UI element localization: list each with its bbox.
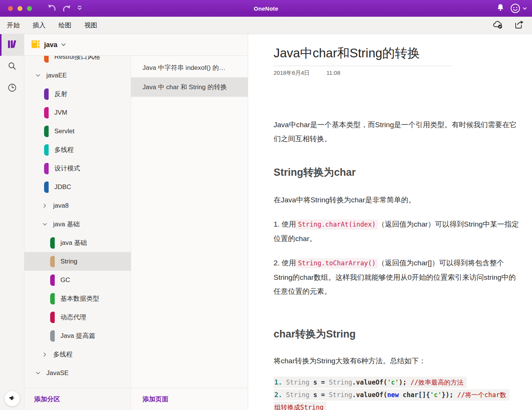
- recent-clock-icon: [8, 83, 17, 94]
- notebook-icon: [31, 39, 40, 50]
- section-tab-icon: [44, 144, 49, 156]
- list-item-charat: 1. 使用String.charAt(index)（返回值为char）可以得到S…: [274, 217, 520, 246]
- paragraph-methods: 将char转换为String大致有6种方法。总结如下：: [274, 354, 520, 368]
- chevron-down-icon: [43, 223, 47, 226]
- tab-view[interactable]: 视图: [84, 21, 97, 30]
- search-icon: [8, 62, 17, 72]
- page-title[interactable]: Java中char和String的转换: [274, 45, 451, 66]
- tab-draw[interactable]: 绘图: [59, 21, 71, 30]
- section-group-java-basics[interactable]: java 基础: [24, 215, 131, 233]
- section-item-gc[interactable]: GC: [24, 271, 131, 289]
- heading-string-to-char: String转换为char: [274, 166, 517, 179]
- rail-search-button[interactable]: [0, 56, 24, 77]
- chevron-down-icon: [61, 43, 66, 46]
- section-item-reflection[interactable]: 反射: [24, 85, 131, 103]
- minimize-window-button[interactable]: [17, 6, 22, 11]
- paragraph-simple: 在Java中将String转换为char是非常简单的。: [274, 193, 520, 207]
- section-tab-icon: [50, 274, 55, 286]
- chevron-right-icon: [43, 352, 47, 357]
- title-bar: OneNote: [0, 0, 532, 17]
- section-group-javaee[interactable]: javaEE: [24, 66, 131, 85]
- chevron-down-icon: [36, 372, 40, 375]
- section-item-multithread[interactable]: 多线程: [24, 140, 131, 159]
- section-tab-icon: [44, 126, 49, 137]
- section-group-java8[interactable]: java8: [24, 196, 131, 215]
- zoom-window-button[interactable]: [27, 6, 32, 11]
- code-line-2: 2. String s = String.valueOf(new char[]{…: [274, 389, 517, 401]
- page-list-panel: Java 中字符串 indexof() 的… Java 中 char 和 Str…: [131, 56, 248, 410]
- notebook-name: java: [44, 41, 57, 49]
- section-item-primitive-types[interactable]: 基本数据类型: [24, 289, 131, 308]
- sync-status-icon[interactable]: [492, 20, 504, 31]
- section-item-string[interactable]: String: [24, 252, 131, 271]
- section-group-multithread[interactable]: 多线程: [24, 345, 131, 364]
- window-controls: [8, 6, 32, 11]
- ribbon-menu-bar: 开始 插入 绘图 视图: [0, 17, 532, 34]
- code-line-1: 1. String s = String.valueOf('c'); //效率最…: [274, 376, 517, 389]
- page-item-char-string[interactable]: Java 中 char 和 String 的转换: [131, 77, 248, 97]
- chevron-down-icon: [36, 74, 40, 77]
- code-block: 1. String s = String.valueOf('c'); //效率最…: [274, 376, 517, 410]
- chevron-down-icon: [523, 7, 527, 10]
- section-item-java-basics[interactable]: java 基础: [24, 233, 131, 252]
- inline-code-charat: String.charAt(index): [296, 219, 378, 230]
- undo-redo-group: [47, 4, 82, 13]
- section-item-jdbc[interactable]: JDBC: [24, 178, 131, 196]
- navigation-rail: [0, 34, 24, 410]
- page-meta: 2018年6月4日 11:08: [274, 69, 517, 77]
- feedback-button[interactable]: [5, 391, 20, 406]
- add-section-button[interactable]: 添加分区: [34, 395, 60, 404]
- section-tab-icon: [50, 256, 55, 267]
- chevron-right-icon: [43, 203, 47, 208]
- tab-home[interactable]: 开始: [7, 21, 20, 30]
- notifications-bell-icon[interactable]: [497, 3, 504, 13]
- rail-notebooks-button[interactable]: [0, 34, 24, 56]
- section-footer: 添加分区: [24, 388, 131, 410]
- share-icon[interactable]: [515, 20, 524, 31]
- section-tab-icon: [44, 107, 49, 118]
- section-item-design-patterns[interactable]: 设计模式: [24, 159, 131, 178]
- page-date: 2018年6月4日: [274, 69, 310, 77]
- onenote-window: OneNote 开始 插入 绘图 视图: [0, 0, 532, 410]
- section-tab-icon: [44, 88, 49, 100]
- account-avatar-icon[interactable]: [510, 3, 527, 13]
- section-item-jvm[interactable]: JVM: [24, 103, 131, 122]
- redo-icon[interactable]: [62, 5, 71, 13]
- notebook-panels: java Restful接口风格 javaEE: [24, 34, 248, 410]
- rail-recent-button[interactable]: [0, 77, 24, 99]
- section-item-restful[interactable]: Restful接口风格: [24, 56, 131, 66]
- page-item-indexof[interactable]: Java 中字符串 indexof() 的…: [131, 58, 248, 77]
- note-canvas[interactable]: Java中char和String的转换 2018年6月4日 11:08 Java…: [248, 34, 532, 410]
- section-tab-icon: [44, 163, 49, 174]
- section-item-servlet[interactable]: Servlet: [24, 122, 131, 140]
- page-time: 11:08: [326, 69, 340, 77]
- section-tab-icon: [50, 312, 55, 323]
- toolbar-options-icon[interactable]: [77, 5, 82, 12]
- section-item-dynamic-proxy[interactable]: 动态代理: [24, 308, 131, 326]
- feedback-megaphone-icon: [9, 395, 15, 402]
- tab-insert[interactable]: 插入: [33, 21, 46, 30]
- heading-char-to-string: char转换为String: [274, 327, 517, 341]
- section-item-java-advanced[interactable]: Java 提高篇: [24, 326, 131, 345]
- section-list-panel: Restful接口风格 javaEE 反射 JVM: [24, 56, 131, 410]
- inline-code-tochararray: String.toCharArray(): [296, 258, 378, 268]
- section-tab-icon: [50, 293, 55, 304]
- notebooks-icon: [7, 39, 17, 51]
- section-tab-icon: [44, 56, 49, 63]
- app-title: OneNote: [254, 5, 279, 12]
- section-list: Restful接口风格 javaEE 反射 JVM: [24, 56, 131, 388]
- section-tab-icon: [50, 330, 55, 342]
- section-group-javase[interactable]: JavaSE: [24, 364, 131, 382]
- page-footer: 添加页面: [131, 388, 248, 410]
- list-item-tochararray: 2. 使用String.toCharArray()（返回值为char[]）可以得…: [274, 256, 520, 298]
- add-page-button[interactable]: 添加页面: [142, 395, 168, 404]
- close-window-button[interactable]: [8, 6, 13, 11]
- section-tab-icon: [44, 181, 49, 193]
- page-list: Java 中字符串 indexof() 的… Java 中 char 和 Str…: [131, 56, 248, 388]
- section-tab-icon: [50, 237, 55, 249]
- code-line-3: 组转换成String: [274, 401, 517, 410]
- undo-icon[interactable]: [47, 4, 57, 13]
- notebook-switcher[interactable]: java: [24, 34, 248, 56]
- intro-paragraph: Java中char是一个基本类型，而String是一个引用类型。有时候我们需要在…: [274, 118, 520, 146]
